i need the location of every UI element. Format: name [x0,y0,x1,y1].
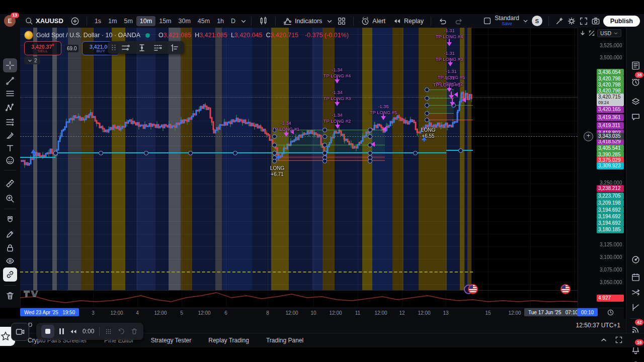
drag-handle-dot[interactable] [425,118,429,122]
user-avatar[interactable]: E 13 [4,15,16,27]
timeframe-button[interactable]: 15m [155,16,175,26]
screener-arrows-icon[interactable] [630,287,641,298]
drag-handle-dot[interactable] [368,134,372,139]
object-tree-layers-icon[interactable] [630,96,641,107]
remove-drawings-trash-icon[interactable] [3,289,17,303]
drag-handle-dot[interactable] [323,134,327,139]
trend-line-tool-icon[interactable] [3,74,17,88]
drag-handle-dot[interactable] [272,159,277,163]
drag-handle-dot[interactable] [323,128,327,132]
currency-select[interactable]: USD [597,29,621,37]
bottom-tab[interactable]: Replay Trading [208,337,249,344]
sell-button[interactable]: 3,420.370 SELL [24,41,61,55]
dotted-levels-tool-icon[interactable] [152,42,164,53]
replay-button[interactable]: Replay [389,15,427,27]
replay-end-label[interactable]: Tue 17 Jun '25 07:10 [524,308,582,316]
drag-handle-icon[interactable] [112,45,116,51]
drawing-mode-pencil-icon[interactable] [3,227,17,241]
stop-button[interactable] [41,325,54,338]
magnet-tool-icon[interactable] [3,213,17,227]
bottom-tab[interactable]: Trading Panel [266,337,303,344]
pattern-tool-icon[interactable] [3,101,17,115]
zoom-in-tool-icon[interactable] [3,192,17,206]
drag-handle-dot[interactable] [272,128,277,132]
maximize-panel-icon[interactable] [615,336,623,344]
quick-search-icon[interactable] [555,17,564,26]
drag-handle-dot[interactable] [323,159,327,163]
horizontal-levels-tool-icon[interactable] [120,42,132,53]
timeframe-button[interactable]: 30m [175,16,194,26]
checkbox-icon[interactable] [483,17,492,25]
measure-ruler-tool-icon[interactable] [3,176,17,191]
sync-drawings-link-icon[interactable] [3,267,17,282]
indicators-button[interactable]: Indicators [280,15,325,27]
record-camera-button[interactable] [11,323,29,341]
drag-handle-dot[interactable] [425,87,429,92]
drag-handle-dot[interactable] [323,143,327,147]
delete-recording-trash-icon[interactable] [130,327,138,335]
compare-add-symbol-button[interactable] [67,15,83,27]
watchlist-icon[interactable] [630,60,641,71]
timeframe-button[interactable]: 5m [120,16,136,26]
replay-end-time[interactable]: 00:10 [577,308,598,316]
collapse-panel-chevron-icon[interactable] [600,336,608,344]
forecast-tool-icon[interactable] [168,42,180,53]
fullscreen-icon[interactable] [579,17,588,26]
chart-type-button[interactable] [256,15,271,27]
drag-handle-dot[interactable] [368,159,372,163]
scroll-down-icon[interactable] [579,30,586,37]
calendar-icon[interactable] [630,272,641,283]
vertical-measure-tool-icon[interactable] [136,42,148,53]
help-icon[interactable] [630,359,641,362]
drag-handle-dot[interactable] [413,151,418,155]
drag-handle-dot[interactable] [425,96,429,101]
speed-grid-icon[interactable] [105,328,112,335]
lock-drawings-icon[interactable] [3,241,17,255]
timeframe-button[interactable]: 45m [194,16,213,26]
legend-title[interactable]: Gold Spot / U.S. Dollar · 10 · OANDA [36,32,140,39]
time-axis-settings-icon[interactable] [607,309,614,316]
parallel-channel-tool-icon[interactable] [3,86,17,101]
brush-tool-icon[interactable] [3,128,17,142]
timeframe-button[interactable]: D [227,16,239,26]
radar-scanner-icon[interactable] [630,254,641,265]
drag-handle-dot[interactable] [425,103,429,108]
screenshot-camera-icon[interactable] [591,17,600,26]
timeframe-button[interactable]: 1m [105,16,120,26]
curve-tool-icon[interactable] [630,302,641,313]
auto-scale-icon[interactable] [588,30,595,37]
timeframe-button[interactable]: 1s [91,16,105,26]
drag-handle-dot[interactable] [458,148,463,153]
symbol-search-button[interactable]: XAUUSD [22,15,66,27]
drag-handle-dot[interactable] [53,151,58,155]
rewind-button[interactable] [69,327,77,336]
timeframe-menu-chevron-icon[interactable] [240,18,247,25]
pause-button[interactable] [59,328,64,334]
emoji-tool-icon[interactable] [3,153,17,167]
drag-handle-dot[interactable] [188,151,193,155]
collaborator-avatar[interactable]: S [532,16,542,26]
drag-handle-dot[interactable] [368,128,372,132]
drag-handle-dot[interactable] [323,151,327,155]
restart-loop-icon[interactable] [117,327,125,335]
drag-handle-dot[interactable] [144,151,148,155]
bottom-tab[interactable]: Strategy Tester [151,337,191,344]
status-clock[interactable]: 12:50:37 UTC+1 [576,322,620,329]
chat-icon[interactable] [630,111,641,122]
hidden-indicators-pill[interactable]: 2 [24,56,40,64]
crosshair-plus-icon[interactable]: + [584,132,593,141]
position-tool-icon[interactable] [3,115,17,129]
drag-handle-dot[interactable] [233,151,237,155]
undo-button[interactable] [435,15,450,27]
timeframe-button[interactable]: 1h [213,16,227,26]
alerts-clock-icon[interactable] [630,76,641,87]
us-flag-event-icon[interactable] [468,284,478,294]
drag-handle-dot[interactable] [272,143,277,147]
candlestick-chart-canvas[interactable] [20,28,578,307]
timeframe-button[interactable]: 10m [136,16,155,26]
drag-handle-dot[interactable] [272,134,277,139]
us-flag-event-icon[interactable] [560,284,571,294]
hide-drawings-eye-icon[interactable] [3,254,17,268]
indicators-chevron-icon[interactable] [326,18,333,25]
alert-button[interactable]: Alert [358,15,388,27]
